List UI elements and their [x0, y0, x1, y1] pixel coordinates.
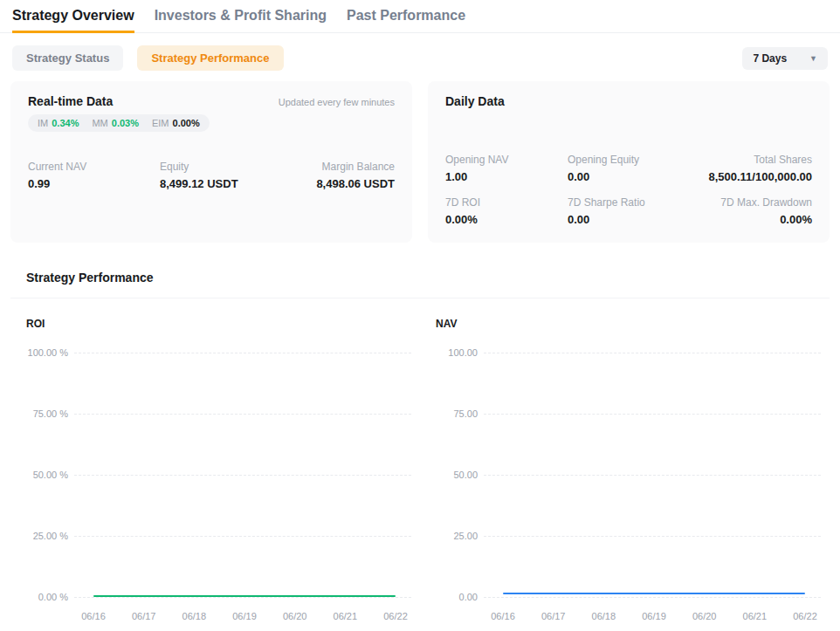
x-axis-label: 06/22 — [383, 611, 408, 621]
gridline — [74, 536, 411, 537]
y-axis-label: 50.00 — [420, 470, 478, 480]
tab-investors-profit-sharing[interactable]: Investors & Profit Sharing — [155, 0, 327, 33]
y-axis-label: 0.00 — [420, 592, 478, 602]
tab-strategy-overview[interactable]: Strategy Overview — [12, 0, 134, 33]
x-axis-label: 06/18 — [182, 611, 207, 621]
x-axis: 06/1606/1706/1806/1906/2006/2106/22 — [503, 611, 805, 623]
gridline — [74, 414, 411, 415]
opening-nav-field: Opening NAV 1.00 — [445, 154, 568, 183]
eim-ratio: EIM 0.00% — [152, 118, 200, 128]
7d-sharpe-ratio-field: 7D Sharpe Ratio 0.00 — [568, 196, 720, 226]
opening-equity-field: Opening Equity 0.00 — [568, 154, 708, 183]
x-axis-label: 06/20 — [692, 611, 717, 621]
nav-chart: NAV 100.0075.0050.0025.000.0006/1606/170… — [420, 298, 830, 597]
y-axis-label: 100.00 — [420, 347, 478, 358]
x-axis-label: 06/21 — [743, 611, 768, 621]
gridline — [484, 475, 821, 476]
y-axis-label: 25.00 — [420, 531, 478, 541]
7d-max-drawdown-field: 7D Max. Drawdown 0.00% — [720, 196, 812, 226]
mm-ratio: MM 0.03% — [92, 118, 139, 128]
daily-card-title: Daily Data — [445, 94, 505, 108]
subtab-bar: Strategy Status Strategy Performance 7 D… — [0, 33, 840, 81]
x-axis-label: 06/19 — [642, 611, 666, 621]
7d-roi-field: 7D ROI 0.00% — [445, 196, 568, 226]
daily-data-card: Daily Data Opening NAV 1.00 Opening Equi… — [428, 81, 830, 243]
realtime-data-card: Real-time Data Updated every few minutes… — [10, 81, 412, 243]
gridline — [74, 475, 411, 476]
y-axis-label: 50.00 % — [10, 470, 68, 480]
x-axis-label: 06/18 — [592, 611, 616, 621]
strategy-performance-heading: Strategy Performance — [10, 243, 830, 298]
roi-chart: ROI 100.00 %75.00 %50.00 %25.00 %0.00 %0… — [10, 298, 420, 597]
x-axis-label: 06/19 — [232, 611, 257, 621]
gridline — [484, 414, 821, 415]
period-dropdown[interactable]: 7 Days ▼ — [742, 47, 828, 70]
gridline — [484, 353, 821, 353]
top-tab-bar: Strategy Overview Investors & Profit Sha… — [0, 0, 840, 33]
total-shares-field: Total Shares 8,500.11/100,000.00 — [708, 154, 812, 183]
equity-field: Equity 8,499.12 USDT — [160, 161, 316, 190]
im-ratio: IM 0.34% — [38, 118, 79, 128]
chevron-down-icon: ▼ — [809, 54, 817, 63]
x-axis-label: 06/16 — [491, 611, 515, 621]
gridline — [74, 353, 411, 353]
nav-chart-title: NAV — [420, 298, 830, 330]
charts-row: ROI 100.00 %75.00 %50.00 %25.00 %0.00 %0… — [10, 298, 830, 597]
x-axis: 06/1606/1706/1806/1906/2006/2106/22 — [93, 611, 396, 623]
y-axis-label: 100.00 % — [10, 347, 68, 358]
x-axis-label: 06/20 — [283, 611, 307, 621]
x-axis-label: 06/21 — [334, 611, 358, 621]
roi-chart-title: ROI — [10, 298, 420, 330]
data-cards-row: Real-time Data Updated every few minutes… — [10, 81, 830, 243]
realtime-card-title: Real-time Data — [28, 94, 113, 108]
x-axis-label: 06/17 — [541, 611, 566, 621]
nav-chart-plot: 100.0075.0050.0025.000.0006/1606/1706/18… — [420, 353, 830, 597]
roi-series-line — [93, 595, 396, 597]
margin-ratios-badge: IM 0.34% MM 0.03% EIM 0.00% — [28, 114, 210, 132]
y-axis-label: 75.00 % — [10, 408, 68, 419]
gridline — [484, 597, 821, 598]
updated-note: Updated every few minutes — [279, 94, 395, 107]
period-dropdown-value: 7 Days — [753, 52, 787, 65]
margin-balance-field: Margin Balance 8,498.06 USDT — [316, 161, 395, 190]
gridline — [74, 597, 411, 598]
subtab-strategy-status[interactable]: Strategy Status — [12, 45, 123, 71]
x-axis-label: 06/17 — [132, 611, 156, 621]
nav-series-line — [503, 593, 805, 594]
y-axis-label: 0.00 % — [10, 592, 68, 602]
current-nav-field: Current NAV 0.99 — [28, 161, 160, 190]
roi-chart-plot: 100.00 %75.00 %50.00 %25.00 %0.00 %06/16… — [10, 353, 420, 597]
y-axis-label: 75.00 — [420, 408, 478, 419]
gridline — [484, 536, 821, 537]
x-axis-label: 06/22 — [793, 611, 817, 621]
tab-past-performance[interactable]: Past Performance — [347, 0, 465, 33]
x-axis-label: 06/16 — [81, 611, 106, 621]
y-axis-label: 25.00 % — [10, 531, 68, 541]
subtab-strategy-performance[interactable]: Strategy Performance — [137, 45, 283, 71]
